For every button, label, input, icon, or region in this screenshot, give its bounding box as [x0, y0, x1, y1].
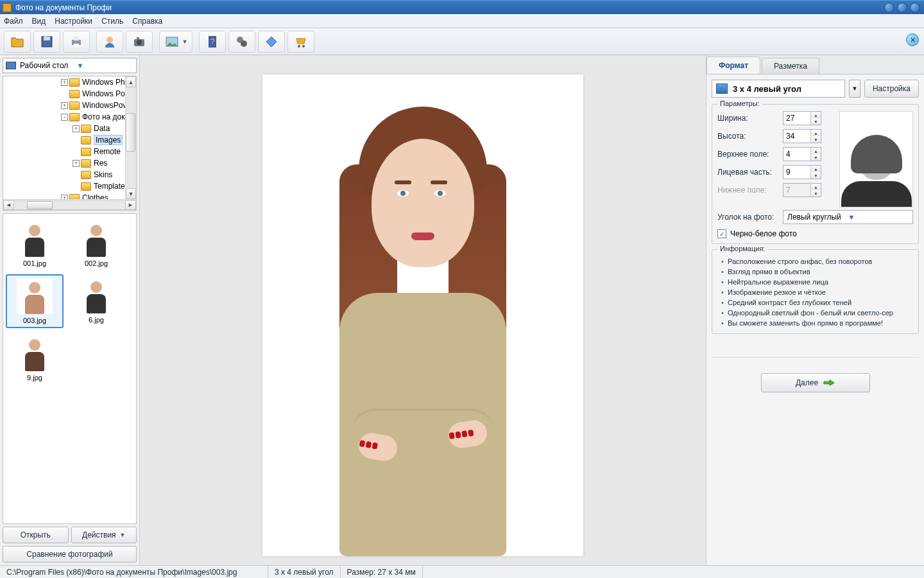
thumbnail[interactable]: 003.jpg	[6, 274, 64, 328]
tree-item-label: Фото на док	[82, 112, 124, 121]
format-dropdown-button[interactable]: ▼	[849, 80, 860, 98]
menu-view[interactable]: Вид	[32, 17, 46, 26]
photo-canvas[interactable]	[262, 74, 583, 556]
menubar: Файл Вид Настройки Стиль Справка	[0, 14, 924, 28]
tree-item[interactable]: +Windows Ph	[3, 76, 136, 88]
minimize-button[interactable]	[884, 3, 894, 13]
tree-item[interactable]: +Res	[3, 157, 136, 169]
menu-file[interactable]: Файл	[4, 17, 23, 26]
format-name: 3 х 4 левый угол	[733, 84, 801, 94]
tree-item-label: Template	[94, 182, 125, 191]
tab-markup[interactable]: Разметка	[762, 58, 819, 74]
video-button[interactable]	[228, 31, 255, 53]
thumbnail-label: 6.jpg	[89, 316, 104, 324]
tree-item[interactable]: Skins	[3, 169, 136, 180]
right-panel: Формат Разметка 3 х 4 левый угол ▼ Настр…	[706, 55, 924, 565]
face-part-spinner[interactable]: ▲▼	[783, 165, 821, 179]
tree-item[interactable]: +Clothes	[3, 192, 136, 199]
help-button[interactable]: ?	[199, 31, 226, 53]
menu-settings[interactable]: Настройки	[55, 17, 92, 26]
cart-button[interactable]	[287, 31, 314, 53]
folder-icon	[81, 125, 91, 133]
thumbnail[interactable]: 6.jpg	[67, 274, 125, 328]
maximize-button[interactable]	[897, 3, 907, 13]
app-icon	[3, 3, 12, 12]
svg-rect-1	[44, 37, 50, 40]
svg-point-7	[137, 40, 142, 45]
path-combo[interactable]: Рабочий стол ▼	[3, 58, 137, 73]
desktop-icon	[6, 62, 16, 69]
thumbnail-grid: 001.jpg002.jpg003.jpg6.jpg9.jpg	[3, 213, 137, 524]
folder-icon	[69, 78, 80, 87]
status-size: Размер: 27 x 34 мм	[341, 566, 423, 578]
folder-icon	[81, 148, 91, 156]
tree-hscrollbar[interactable]: ◄►	[3, 199, 136, 210]
tree-item[interactable]: Template	[3, 180, 136, 192]
tree-vscrollbar[interactable]: ▲▼	[125, 76, 136, 199]
tree-item[interactable]: +WindowsPov	[3, 100, 136, 111]
tree-item[interactable]: Windows Po	[3, 88, 136, 100]
open-button[interactable]: Открыть	[3, 527, 69, 543]
open-folder-button[interactable]	[4, 31, 31, 53]
actions-button[interactable]: Действия▼	[71, 527, 137, 543]
image-dropdown-button[interactable]: ▼	[159, 31, 193, 53]
statusbar: C:\Program Files (x86)\Фото на документы…	[0, 565, 924, 578]
info-item: Вы сможете заменить фон прямо в программ…	[721, 318, 913, 328]
tree-item-label: Res	[94, 159, 107, 168]
svg-point-5	[107, 37, 113, 43]
top-margin-spinner[interactable]: ▲▼	[783, 147, 821, 161]
status-format: 3 х 4 левый угол	[268, 566, 341, 578]
height-spinner[interactable]: ▲▼	[783, 129, 821, 143]
close-button[interactable]	[910, 3, 920, 13]
tree-item[interactable]: Remote	[3, 146, 136, 157]
tree-item-label: Data	[94, 124, 110, 133]
format-combo[interactable]: 3 х 4 левый угол	[712, 80, 845, 98]
arrow-right-icon	[823, 378, 835, 387]
bw-checkbox[interactable]: ✓	[717, 229, 726, 238]
height-label: Высота:	[717, 132, 783, 141]
thumbnail-label: 001.jpg	[23, 259, 46, 267]
folder-icon	[81, 171, 91, 179]
thumbnail-label: 9.jpg	[27, 374, 42, 381]
svg-rect-3	[74, 37, 79, 40]
chevron-down-icon: ▼	[848, 213, 909, 221]
menu-help[interactable]: Справка	[132, 17, 162, 26]
svg-rect-8	[137, 37, 139, 40]
toolbar: ▼ ? ✕	[0, 28, 924, 55]
width-spinner[interactable]: ▲▼	[783, 111, 821, 125]
folder-icon	[81, 136, 91, 144]
right-tabs: Формат Разметка	[706, 55, 924, 74]
thumbnail[interactable]: 002.jpg	[67, 218, 125, 270]
tree-item-label: Windows Po	[82, 89, 125, 98]
tree-item[interactable]: -Фото на док	[3, 111, 136, 123]
bottom-margin-spinner: ▲▼	[783, 183, 821, 197]
bw-label: Черно-белое фото	[730, 229, 797, 238]
info-item: Средний контраст без глубоких теней	[721, 297, 913, 308]
info-item: Изображение резкое и чёткое	[721, 287, 913, 297]
status-path: C:\Program Files (x86)\Фото на документы…	[0, 566, 268, 578]
folder-icon	[69, 113, 80, 121]
face-part-label: Лицевая часть:	[717, 168, 783, 177]
tab-format[interactable]: Формат	[706, 57, 760, 74]
globe-button[interactable]	[258, 31, 285, 53]
folder-icon	[69, 101, 80, 110]
format-setup-button[interactable]: Настройка	[864, 80, 919, 98]
tree-item[interactable]: Images	[3, 134, 136, 146]
thumbnail[interactable]: 001.jpg	[6, 218, 64, 270]
corner-combo[interactable]: Левый круглый▼	[783, 210, 913, 224]
collapse-right-panel-button[interactable]: ✕	[906, 33, 919, 46]
save-button[interactable]	[33, 31, 60, 53]
thumbnail[interactable]: 9.jpg	[6, 332, 64, 385]
compare-button[interactable]: Сравнение фотографий	[3, 546, 137, 563]
svg-point-10	[169, 39, 171, 42]
print-button[interactable]	[63, 31, 90, 53]
tree-item-label: Windows Ph	[82, 78, 125, 87]
info-item: Однородный светлый фон - белый или светл…	[721, 308, 913, 318]
svg-rect-4	[74, 44, 79, 47]
next-button[interactable]: Далее	[761, 373, 870, 392]
camera-button[interactable]	[126, 31, 153, 53]
tree-item[interactable]: +Data	[3, 123, 136, 134]
tree-item-label: WindowsPov	[82, 101, 126, 110]
face-detect-button[interactable]	[96, 31, 123, 53]
menu-style[interactable]: Стиль	[101, 17, 123, 26]
